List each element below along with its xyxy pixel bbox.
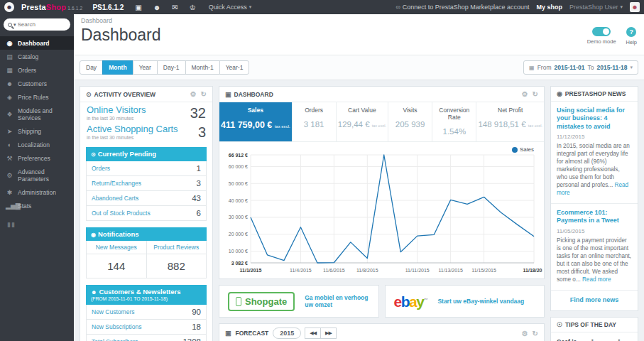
sidebar-item-label: Customers [18,80,47,87]
kpi-net-profit[interactable]: Net Profit 148 918,51 € tax excl. [476,102,544,141]
clock-icon: ⊙ [86,91,92,98]
new-subscriptions-link[interactable]: New Subscriptions [92,323,141,330]
article-date: 11/05/2015 [557,228,632,234]
forecast-prev-button[interactable]: ◀◀ [305,328,321,339]
row-value: 90 [192,308,201,316]
date-range-picker[interactable]: ▦ From 2015-11-01 To 2015-11-18 ▾ [523,60,638,75]
sidebar-item-shipping[interactable]: ➤Shipping [0,124,74,138]
sidebar-item-orders[interactable]: ▦Orders [0,63,74,77]
kpi-visits[interactable]: Visits 205 939 [388,102,432,141]
globe-icon: ◐ [6,141,13,148]
sidebar-search[interactable]: ▾ [4,18,70,31]
pending-row: Abandoned Carts43 [87,191,206,206]
sidebar-item-modules-and-services[interactable]: ❖Modules and Services [0,104,74,124]
stat-subtitle: in the last 30 minutes [87,135,178,140]
sidebar-item-label: Dashboard [18,40,49,47]
sidebar-item-price-rules[interactable]: ◈Price Rules [0,90,74,104]
search-icon [8,23,12,27]
sidebar-item-preferences[interactable]: ⚒Preferences [0,151,74,165]
out-of-stock-link[interactable]: Out of Stock Products [92,210,151,217]
user-avatar[interactable]: ☻ [630,2,640,12]
orders-link[interactable]: Orders [92,165,110,172]
user-menu[interactable]: PrestaShop User ▾ [569,4,623,11]
sidebar-item-label: Orders [18,67,36,74]
shopgate-link[interactable]: Ga mobiel en verhoog uw omzet [305,294,369,308]
read-more-link[interactable]: Read more [582,276,611,283]
active-carts-link[interactable]: Active Shopping Carts [87,124,178,134]
date-from-value: 2015-11-01 [554,64,584,71]
lightbulb-icon: ☉ [557,321,562,328]
demo-mode-label: Demo mode [587,38,616,45]
forecast-next-button[interactable]: ▶▶ [320,328,337,339]
kpi-conversion-rate[interactable]: Conversion Rate 1.54% [432,102,476,141]
refresh-icon[interactable]: ↻ [533,330,538,337]
quick-access-menu[interactable]: Quick Access ▾ [209,4,252,11]
brand-name: PrestaShop1.6.1.2 [21,3,82,11]
article-date: 11/12/2015 [557,134,632,140]
sidebar-item-customers[interactable]: ☻Customers [0,77,74,90]
gear-icon[interactable]: ⚙ [522,90,528,98]
tips-of-the-day-panel: ☉ TIPS OF THE DAY ingenico Paymentservic… [550,317,638,341]
svg-text:30 000 €: 30 000 € [229,215,248,220]
ebay-logo: ebay™ [394,294,428,309]
new-messages-link[interactable]: New Messages [87,241,147,254]
find-more-news-link[interactable]: Find more news [551,291,638,310]
cart-icon: ▣ [225,330,231,337]
refresh-icon[interactable]: ↻ [533,90,538,98]
sidebar-item-localization[interactable]: ◐Localization [0,138,74,151]
search-input[interactable] [18,21,66,28]
period-month-button[interactable]: Month [102,60,133,75]
sidebar-item-stats[interactable]: ▂▅▇Stats [0,199,74,212]
online-visitors-value: 32 [190,105,206,121]
abandoned-carts-link[interactable]: Abandoned Carts [92,195,138,202]
period-year-button[interactable]: Year [133,60,158,75]
my-shop-link[interactable]: My shop [536,4,562,11]
kpi-cart-value[interactable]: Cart Value 129,44 € tax excl. [337,102,388,141]
chart-legend-sales[interactable]: Sales [512,146,534,153]
sidebar-item-label: Stats [18,202,31,210]
sidebar-item-label: Localization [18,141,50,148]
prestashop-news-panel: ◉ PRESTASHOP NEWS Using social media for… [550,86,638,311]
gear-icon[interactable]: ⚙ [522,330,528,337]
help-button[interactable]: ? Help [626,27,637,45]
collapse-sidebar-button[interactable]: ▮▮ [7,221,67,228]
chevron-down-icon[interactable]: ▾ [13,22,16,28]
sales-chart: 3 082 €10 000 €20 000 €30 000 €40 000 €5… [219,142,544,278]
returns-link[interactable]: Return/Exchanges [92,180,141,187]
period-month-1-button[interactable]: Month-1 [185,60,220,75]
chevron-down-icon: ▾ [249,4,252,10]
gear-icon: ✱ [6,189,13,196]
cart-icon[interactable]: ▣ [135,4,141,11]
sidebar-item-advanced-parameters[interactable]: ⚙Advanced Parameters [0,165,74,185]
sidebar-item-catalog[interactable]: ▤Catalog [0,50,74,63]
period-day-1-button[interactable]: Day-1 [157,60,186,75]
toggle-icon[interactable] [592,27,611,36]
truck-icon: ➤ [6,128,13,135]
period-year-1-button[interactable]: Year-1 [219,60,250,75]
user-menu-label: PrestaShop User [569,4,618,11]
online-visitors-link[interactable]: Online Visitors [87,105,146,115]
kpi-row: Sales 411 759,00 € tax excl. Orders 3 18… [219,102,544,142]
sidebar-item-administration[interactable]: ✱Administration [0,185,74,199]
new-customers-link[interactable]: New Customers [92,308,134,315]
mail-icon[interactable]: ✉ [172,4,178,11]
panel-title: PRESTASHOP NEWS [565,90,626,97]
total-subscribers-link[interactable]: Total Subscribers [92,338,138,341]
marketplace-link[interactable]: ∞ Connect to PrestaShop Marketplace acco… [395,4,529,11]
user-icon[interactable]: ☻ [153,4,161,11]
prestashop-logo: ☻ [4,2,14,12]
article-title-link[interactable]: Using social media for your business: 4 … [557,107,632,131]
article-title-link[interactable]: Ecommerce 101: Payments in a Tweet [557,209,632,225]
svg-text:11/6/2015: 11/6/2015 [323,268,345,273]
demo-mode-toggle[interactable]: Demo mode [587,27,616,45]
kpi-sales[interactable]: Sales 411 759,00 € tax excl. [219,102,293,141]
trophy-icon[interactable]: ♔ [190,4,196,11]
ebay-link[interactable]: Start uw eBay-winkel vandaag [437,298,524,305]
refresh-icon[interactable]: ↻ [201,90,207,98]
ebay-ad: ebay™ Start uw eBay-winkel vandaag [385,285,545,318]
product-reviews-link[interactable]: Product Reviews [147,241,207,254]
period-day-button[interactable]: Day [80,60,103,75]
sidebar-item-dashboard[interactable]: ◉Dashboard [0,36,74,50]
kpi-orders[interactable]: Orders 3 181 [293,102,337,141]
gear-icon[interactable]: ⚙ [190,90,197,98]
